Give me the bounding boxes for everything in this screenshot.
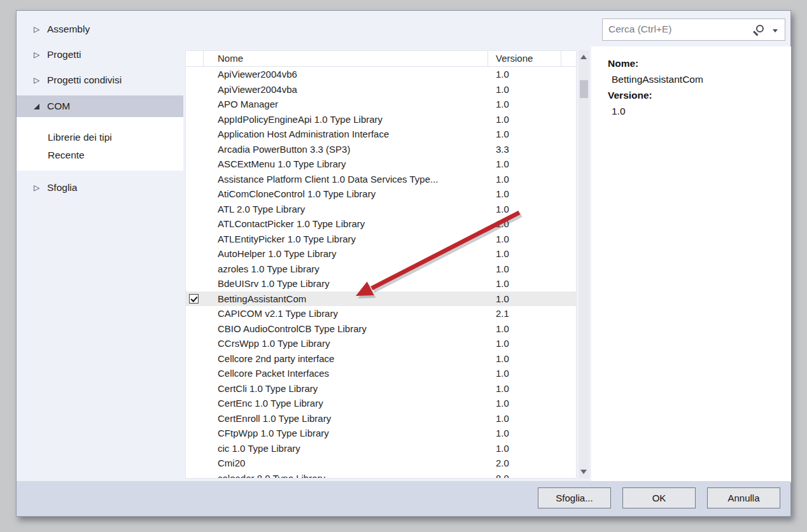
row-name-cell: coloader 8.0 Type Library: [204, 471, 488, 479]
row-version-cell: 1.0: [488, 82, 561, 97]
details-version-label: Versione:: [608, 87, 703, 103]
sidebar-subitem-recente[interactable]: Recente: [17, 146, 183, 164]
row-checkbox-cell[interactable]: [186, 97, 204, 112]
chevron-down-icon[interactable]: [773, 29, 778, 32]
column-header-nome[interactable]: Nome: [204, 51, 488, 66]
scroll-thumb[interactable]: [580, 80, 588, 98]
row-checkbox-cell[interactable]: [186, 246, 204, 262]
row-checkbox-cell[interactable]: [186, 381, 204, 396]
list-row[interactable]: Cellcore Packet Interfaces1.0: [186, 366, 576, 381]
row-checkbox-cell[interactable]: [186, 441, 204, 456]
row-name-cell: BettingAssistantCom: [204, 291, 488, 307]
details-name-value: BettingAssistantCom: [608, 71, 703, 87]
list-row[interactable]: ASCExtMenu 1.0 Type Library1.0: [186, 157, 576, 172]
column-header-checkbox[interactable]: [186, 51, 204, 66]
row-version-cell: 1.0: [488, 67, 561, 82]
list-row[interactable]: APO Manager1.0: [186, 97, 576, 112]
cancel-button[interactable]: Annulla: [707, 487, 780, 508]
search-icon[interactable]: [756, 25, 764, 32]
list-row[interactable]: CertEnc 1.0 Type Library1.0: [186, 396, 576, 411]
search-input[interactable]: Cerca (Ctrl+E): [602, 18, 785, 41]
scroll-down-icon[interactable]: [580, 470, 587, 474]
row-version-cell: 1.0: [488, 396, 561, 411]
list-row[interactable]: CFtpWpp 1.0 Type Library1.0: [186, 426, 576, 441]
row-checkbox-cell[interactable]: [186, 262, 204, 277]
row-name-cell: AtiComCloneControl 1.0 Type Library: [204, 186, 488, 202]
row-version-cell: 1.0: [488, 232, 561, 247]
sidebar-subitem-librerie-dei-tipi[interactable]: Librerie dei tipi: [17, 129, 183, 146]
list-row[interactable]: azroles 1.0 Type Library1.0: [186, 262, 576, 277]
list-row[interactable]: ATLEntityPicker 1.0 Type Library1.0: [186, 232, 576, 247]
list-row[interactable]: Arcadia PowerButton 3.3 (SP3)3.3: [186, 142, 576, 157]
row-version-cell: 1.0: [488, 186, 561, 202]
ok-button[interactable]: OK: [622, 487, 696, 508]
row-checkbox-cell[interactable]: [186, 366, 204, 381]
row-checkbox-cell[interactable]: [186, 82, 204, 97]
list-row[interactable]: ApiViewer2004vba1.0: [186, 82, 576, 97]
row-checkbox-cell[interactable]: [186, 202, 204, 217]
row-checkbox-cell[interactable]: [186, 276, 204, 291]
list-row[interactable]: AtiComCloneControl 1.0 Type Library1.0: [186, 186, 576, 202]
sidebar: ▷Assembly▷Progetti▷Progetti condivisiCOM…: [17, 11, 183, 203]
row-checkbox-cell[interactable]: [186, 471, 204, 479]
scroll-up-icon[interactable]: [580, 55, 587, 59]
list-row[interactable]: CAPICOM v2.1 Type Library2.1: [186, 306, 576, 321]
list-row[interactable]: CBIO AudioControlCB Type Library1.0: [186, 321, 576, 337]
list-row[interactable]: cic 1.0 Type Library1.0: [186, 441, 576, 456]
list-row[interactable]: BettingAssistantCom1.0: [186, 291, 576, 307]
sidebar-item-assembly[interactable]: ▷Assembly: [17, 19, 183, 39]
list-row[interactable]: AutoHelper 1.0 Type Library1.0: [186, 246, 576, 262]
sidebar-item-sfoglia[interactable]: ▷Sfoglia: [17, 178, 183, 198]
expander-collapsed-icon: ▷: [32, 76, 41, 84]
expander-collapsed-icon: ▷: [32, 184, 41, 192]
list-row[interactable]: ApiViewer2004vb61.0: [186, 67, 576, 82]
list-row[interactable]: coloader 8.0 Type Library8.0: [186, 471, 576, 479]
row-checkbox-checked[interactable]: [189, 294, 199, 304]
sidebar-item-progetti-condivisi[interactable]: ▷Progetti condivisi: [17, 70, 183, 90]
list-row[interactable]: CertEnroll 1.0 Type Library1.0: [186, 411, 576, 426]
list-row[interactable]: AppIdPolicyEngineApi 1.0 Type Library1.0: [186, 112, 576, 127]
list-row[interactable]: ATL 2.0 Type Library1.0: [186, 202, 576, 217]
row-checkbox-cell[interactable]: [186, 426, 204, 441]
row-checkbox-cell[interactable]: [186, 142, 204, 157]
row-checkbox-cell[interactable]: [186, 351, 204, 367]
row-name-cell: AppIdPolicyEngineApi 1.0 Type Library: [204, 112, 488, 127]
column-header-versione[interactable]: Versione: [488, 51, 561, 66]
list-row[interactable]: CCrsWpp 1.0 Type Library1.0: [186, 336, 576, 351]
row-checkbox-cell[interactable]: [186, 172, 204, 187]
list-row[interactable]: CertCli 1.0 Type Library1.0: [186, 381, 576, 396]
list-scrollbar[interactable]: [579, 50, 589, 479]
row-name-cell: CertEnc 1.0 Type Library: [204, 396, 488, 411]
row-checkbox-cell[interactable]: [186, 411, 204, 426]
row-checkbox-cell[interactable]: [186, 321, 204, 337]
row-version-cell: 1.0: [488, 336, 561, 351]
list-row[interactable]: Application Host Administration Interfac…: [186, 127, 576, 142]
row-version-cell: 1.0: [488, 366, 561, 381]
browse-button[interactable]: Sfoglia...: [538, 487, 611, 508]
sidebar-item-progetti[interactable]: ▷Progetti: [17, 45, 183, 65]
row-checkbox-cell[interactable]: [186, 112, 204, 127]
row-checkbox-cell[interactable]: [186, 67, 204, 82]
list-row[interactable]: Cmi202.0: [186, 456, 576, 471]
row-version-cell: 1.0: [488, 127, 561, 142]
row-checkbox-cell[interactable]: [186, 456, 204, 471]
row-checkbox-cell[interactable]: [186, 306, 204, 321]
row-checkbox-cell[interactable]: [186, 127, 204, 142]
row-checkbox-cell[interactable]: [186, 157, 204, 172]
list-row[interactable]: Assistance Platform Client 1.0 Data Serv…: [186, 172, 576, 187]
row-name-cell: Application Host Administration Interfac…: [204, 127, 488, 142]
sidebar-item-label: Progetti condivisi: [47, 74, 122, 86]
list-row[interactable]: ATLContactPicker 1.0 Type Library1.0: [186, 216, 576, 232]
row-checkbox-cell[interactable]: [186, 232, 204, 247]
list-row[interactable]: Cellcore 2nd party interface1.0: [186, 351, 576, 367]
row-checkbox-cell[interactable]: [186, 396, 204, 411]
sidebar-item-com[interactable]: COM: [17, 95, 183, 117]
expander-collapsed-icon: ▷: [32, 51, 41, 59]
row-checkbox-cell[interactable]: [186, 291, 204, 307]
row-checkbox-cell[interactable]: [186, 336, 204, 351]
row-checkbox-cell[interactable]: [186, 186, 204, 202]
row-name-cell: Assistance Platform Client 1.0 Data Serv…: [204, 172, 488, 187]
row-checkbox-cell[interactable]: [186, 216, 204, 232]
list-row[interactable]: BdeUISrv 1.0 Type Library1.0: [186, 276, 576, 291]
details-name-label: Nome:: [608, 55, 703, 71]
